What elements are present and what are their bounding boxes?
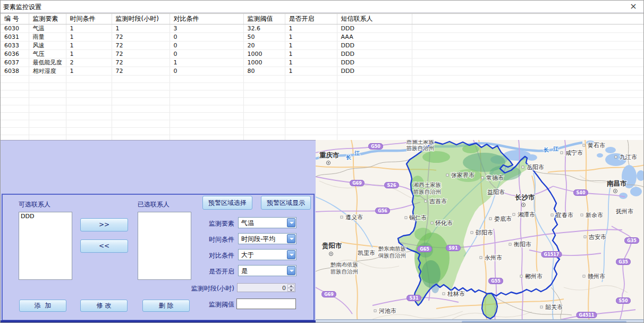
city-label: 贵阳市 xyxy=(321,242,342,250)
table-cell xyxy=(243,105,285,112)
element-field-label: 监测要素 xyxy=(162,219,234,228)
city-label: 永州市 xyxy=(485,254,502,261)
city-marker-icon xyxy=(540,306,543,308)
element-monitor-settings-window: 要素监控设置 × 编 号监测要素时间条件监测时段(小时)对比条件监测阈值是否开启… xyxy=(0,0,644,323)
table-cell xyxy=(66,105,112,112)
road-badge-label: G1517 xyxy=(544,252,560,257)
table-row[interactable]: 6037最低能见度272110001DDD xyxy=(1,58,644,67)
table-header-cell[interactable]: 短信联系人 xyxy=(337,14,412,24)
table-cell xyxy=(412,82,644,90)
road-badge-label: S26 xyxy=(387,183,396,188)
table-header-cell[interactable]: 编 号 xyxy=(1,14,29,24)
table-cell xyxy=(412,97,644,105)
table-cell: 6037 xyxy=(1,58,29,67)
city-label: 遵义市 xyxy=(345,214,363,221)
spinner-down-icon[interactable] xyxy=(287,288,294,292)
table-row[interactable]: 6038相对湿度1720801DDD xyxy=(1,67,644,75)
table-cell: 0 xyxy=(170,41,243,49)
move-left-button[interactable]: << xyxy=(80,239,128,253)
table-header-cell[interactable] xyxy=(412,14,644,24)
table-cell: 80 xyxy=(243,67,285,75)
table-cell xyxy=(170,120,243,127)
time-condition-select[interactable]: 时间段-平均 xyxy=(238,233,296,244)
dropdown-arrow-icon[interactable] xyxy=(287,234,295,243)
table-cell xyxy=(412,112,644,120)
table-row[interactable]: 6036气压172010001DDD xyxy=(1,49,644,58)
city-label: 岳阳市 xyxy=(527,164,544,171)
enabled-select[interactable]: 是 xyxy=(238,265,296,276)
table-row[interactable]: 6030气温11332.61DDD xyxy=(1,24,644,32)
table-cell xyxy=(337,82,412,90)
add-button[interactable]: 添 加 xyxy=(19,300,66,312)
warning-region-show-button[interactable]: 预警区域显示 xyxy=(261,196,311,210)
table-header-cell[interactable]: 监测阈值 xyxy=(243,14,285,24)
map-scrollbar-thumb[interactable] xyxy=(462,321,626,323)
road-badge-label: G4511 xyxy=(579,313,595,318)
table-header-cell[interactable]: 监测要素 xyxy=(29,14,66,24)
time-condition-field-label: 时间条件 xyxy=(162,235,234,244)
table-cell xyxy=(285,105,337,112)
road-badge-label: G50 xyxy=(371,144,380,149)
table-cell xyxy=(243,90,285,97)
close-icon[interactable]: × xyxy=(628,1,639,12)
table-cell: 72 xyxy=(112,49,170,58)
table-cell: 1 xyxy=(66,67,112,75)
table-cell xyxy=(412,120,644,127)
table-cell xyxy=(243,75,285,82)
table-row[interactable]: 6033风速1720201DDD xyxy=(1,41,644,49)
table-cell xyxy=(243,97,285,105)
city-label: 宜春市 xyxy=(556,212,573,219)
dropdown-arrow-icon[interactable] xyxy=(287,218,295,227)
city-label: 抚州市 xyxy=(615,208,633,215)
threshold-input[interactable] xyxy=(236,299,296,309)
city-marker-icon xyxy=(341,216,343,218)
element-select[interactable]: 气温 xyxy=(238,217,296,228)
dropdown-arrow-icon[interactable] xyxy=(287,250,295,259)
table-cell xyxy=(1,105,29,112)
table-row[interactable]: 6031雨量1720501AAA xyxy=(1,32,644,41)
table-cell: 1 xyxy=(66,32,112,41)
map-scrollbar[interactable] xyxy=(316,319,644,323)
city-label: 益阳市 xyxy=(487,189,505,196)
table-cell xyxy=(285,90,337,97)
dropdown-arrow-icon[interactable] xyxy=(287,266,295,275)
contact-list-item[interactable]: DDD xyxy=(19,212,72,220)
table-cell: 3 xyxy=(170,24,243,32)
city-label: 黄石市 xyxy=(588,142,605,149)
delete-button[interactable]: 删 除 xyxy=(142,300,190,312)
city-label: 河池市 xyxy=(379,308,396,314)
city-marker-icon xyxy=(581,214,583,216)
table-cell: 风速 xyxy=(29,41,66,49)
city-marker-icon xyxy=(522,166,524,168)
table-cell xyxy=(285,112,337,120)
city-label: 郴州市 xyxy=(525,273,543,280)
compare-condition-select[interactable]: 大于 xyxy=(238,249,296,260)
modify-button[interactable]: 修 改 xyxy=(80,300,128,312)
table-header-cell[interactable]: 是否开启 xyxy=(285,14,337,24)
period-hours-spinner[interactable]: 0 xyxy=(237,283,295,292)
spinner-up-icon[interactable] xyxy=(287,284,294,288)
move-right-button[interactable]: >> xyxy=(80,218,128,231)
enabled-select-value: 是 xyxy=(241,267,248,275)
table-cell xyxy=(112,90,170,97)
table-cell: 2 xyxy=(66,58,112,67)
table-header-cell[interactable]: 时间条件 xyxy=(66,14,112,24)
table-cell xyxy=(412,75,644,82)
table-cell xyxy=(112,75,170,82)
available-contacts-list[interactable]: DDD xyxy=(19,212,72,280)
river-label: 长 xyxy=(345,154,352,160)
warning-region-select-button[interactable]: 预警区域选择 xyxy=(202,196,252,210)
map[interactable]: G50G69S26G56G65S91G55G1517S40G35G35S50G4… xyxy=(316,140,644,323)
table-cell xyxy=(243,82,285,90)
table-cell: 6033 xyxy=(1,41,29,49)
table-header-cell[interactable]: 对比条件 xyxy=(170,14,243,24)
enabled-field-label: 是否开启 xyxy=(162,267,234,276)
table-cell: 1 xyxy=(66,41,112,49)
table-cell xyxy=(66,75,112,82)
table-cell xyxy=(170,135,243,140)
table-cell: 1 xyxy=(285,58,337,67)
table-cell xyxy=(29,82,66,90)
table-header-cell[interactable]: 监测时段(小时) xyxy=(112,14,170,24)
river-label: 长 xyxy=(543,147,549,153)
table-cell: 6036 xyxy=(1,49,29,58)
